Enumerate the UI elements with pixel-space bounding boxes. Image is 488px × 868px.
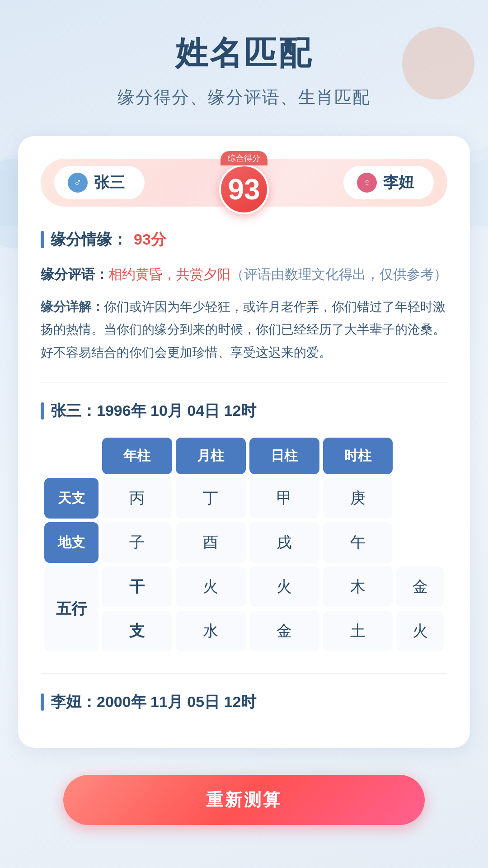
yuan-detail: 缘分详解：你们或许因为年少轻狂，或许月老作弄，你们错过了年轻时激扬的热情。当你们… [41,296,447,364]
bazi-table: 年柱 月柱 日柱 时柱 天支 丙 丁 甲 庚 地支 子 [41,434,447,655]
page-subtitle: 缘分得分、缘分评语、生肖匹配 [18,86,470,109]
person1-badge: ♂ 张三 [54,166,145,199]
score-bar: ♂ 张三 综合得分 93 ♀ 李妞 [41,159,447,207]
divider1 [41,382,447,382]
tianzhi-header: 天支 [44,478,99,519]
male-icon: ♂ [68,173,88,193]
col-shizhu: 时柱 [323,438,393,474]
tianzhi-row: 天支 丙 丁 甲 庚 [44,478,444,519]
dizhi-nian: 子 [102,522,172,563]
page-title: 姓名匹配 [18,32,470,75]
tianzhi-shi: 庚 [323,478,393,519]
wuxing-gan-header: 干 [102,566,172,607]
col-yuezhu: 月柱 [176,438,246,474]
page-header: 姓名匹配 缘分得分、缘分评语、生肖匹配 [0,0,488,123]
wuxing-zhi-shi: 火 [396,611,444,651]
yuan-score: 93分 [134,229,166,250]
dizhi-shi: 午 [323,522,393,563]
wuxing-zhi-nian: 水 [176,611,246,651]
tianzhi-ri: 甲 [249,478,319,519]
yuan-heading: 缘分情缘：93分 [41,229,447,250]
dizhi-yue: 酉 [176,522,246,563]
wuxing-gan-yue: 火 [249,566,319,607]
col-nianzhu: 年柱 [102,438,172,474]
tianzhi-yue: 丁 [176,478,246,519]
person2-date-display: 李妞：2000年 11月 05日 12时 [51,692,256,712]
person1-heading-name: 张三 [51,402,81,419]
tianzhi-nian: 丙 [102,478,172,519]
yuan-comment-note: （评语由数理文化得出，仅供参考） [230,267,447,282]
main-card: ♂ 张三 综合得分 93 ♀ 李妞 缘分情缘：93分 缘分评语：相约黄昏，共赏夕… [18,136,470,748]
dizhi-row: 地支 子 酉 戌 午 [44,522,444,563]
person1-heading: 张三：1996年 10月 04日 12时 [41,401,447,421]
wuxing-zhi-ri: 土 [323,611,393,651]
female-icon: ♀ [357,173,377,193]
recalculate-button[interactable]: 重新测算 [63,775,425,825]
person2-heading: 李妞：2000年 11月 05日 12时 [41,692,447,712]
col-rizhu: 日柱 [249,438,319,474]
score-label: 综合得分 [221,151,267,165]
empty-header [44,438,99,474]
bottom-area: 重新测算 [0,775,488,852]
dizhi-ri: 戌 [249,522,319,563]
wuxing-zhi-header: 支 [102,611,172,651]
yuan-comment-label: 缘分评语： [41,267,108,282]
divider2 [41,673,447,674]
wuxing-label: 五行 [47,599,96,619]
wuxing-gan-ri: 木 [323,566,393,607]
wuxing-zhi-row: 支 水 金 土 火 [44,611,444,651]
yuan-heading-text: 缘分情缘： [51,229,127,250]
person1-section: 张三：1996年 10月 04日 12时 年柱 月柱 日柱 时柱 天支 丙 丁 [41,401,447,655]
yuan-comment-highlight: 相约黄昏，共赏夕阳 [108,267,230,282]
wuxing-gan-nian: 火 [176,566,246,607]
person1-name: 张三 [94,172,125,193]
yuan-detail-label: 缘分详解： [41,300,104,314]
score-circle: 93 [219,165,269,214]
wuxing-gan-shi: 金 [396,566,444,607]
yuan-section: 缘分情缘：93分 缘分评语：相约黄昏，共赏夕阳（评语由数理文化得出，仅供参考） … [41,229,447,364]
section-bar-icon3 [41,693,44,711]
person1-date-display: 张三：1996年 10月 04日 12时 [51,401,256,421]
person1-heading-date: 1996年 10月 04日 12时 [97,402,256,419]
yuan-comment-row: 缘分评语：相约黄昏，共赏夕阳（评语由数理文化得出，仅供参考） [41,263,447,286]
score-center: 综合得分 93 [219,151,269,214]
person2-section: 李妞：2000年 11月 05日 12时 [41,692,447,712]
dizhi-header: 地支 [44,522,99,563]
person2-badge: ♀ 李妞 [343,166,434,199]
section-bar-icon [41,231,44,248]
wuxing-zhi-yue: 金 [249,611,319,651]
person2-heading-date: 2000年 11月 05日 12时 [97,693,256,710]
wuxing-gan-row: 五行 干 火 火 木 金 [44,566,444,607]
section-bar-icon2 [41,402,44,420]
wuxing-main-header: 五行 [44,566,99,651]
person2-name: 李妞 [383,172,414,193]
person2-heading-name: 李妞 [51,693,81,710]
